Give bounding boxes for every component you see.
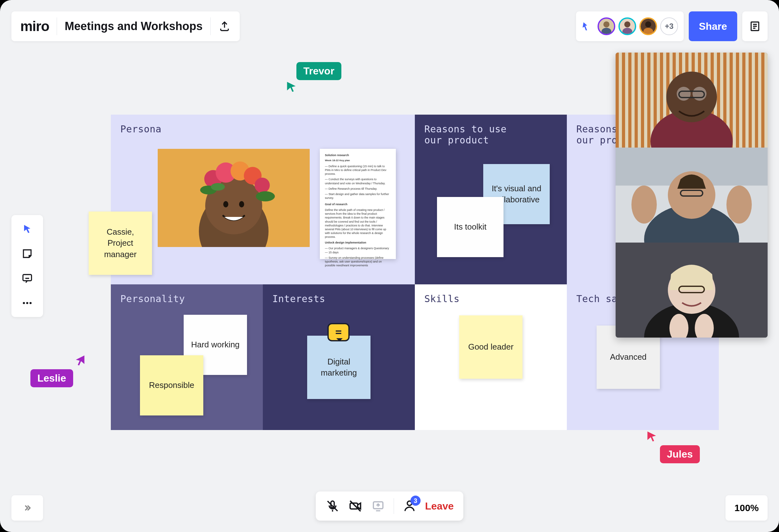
tool-sticky[interactable] — [20, 247, 34, 260]
sticky-cassie[interactable]: Cassie, Project manager — [89, 212, 152, 275]
tool-select[interactable] — [20, 222, 34, 236]
comment-icon — [21, 273, 33, 284]
video-feed-3[interactable] — [616, 243, 768, 338]
mic-off-icon — [326, 499, 339, 513]
avatar-3[interactable] — [639, 17, 657, 35]
sticky-digital[interactable]: Digital marketing — [307, 336, 370, 399]
persona-document[interactable]: Solution research Week 18-22 Key plan — … — [320, 149, 396, 259]
sticky-responsible[interactable]: Responsible — [140, 355, 203, 415]
presence-bar: +3 — [576, 11, 684, 41]
divider — [394, 498, 394, 514]
tool-more[interactable] — [20, 296, 34, 310]
comment-bubble[interactable] — [327, 323, 350, 341]
activity-button[interactable] — [742, 11, 768, 41]
video-feed-1[interactable] — [616, 53, 768, 147]
app-frame: miro Meetings and Workshops — [0, 0, 779, 532]
screenshare-icon — [372, 500, 384, 512]
sticky-toolkit[interactable]: Its toolkit — [437, 197, 503, 257]
divider — [57, 17, 57, 35]
sticky-icon — [21, 248, 33, 259]
cursor-trevor: Trevor — [296, 62, 341, 80]
svg-point-43 — [733, 186, 746, 198]
divider — [210, 17, 211, 35]
section-title: Personality — [120, 293, 253, 304]
svg-point-13 — [29, 302, 32, 304]
svg-point-18 — [239, 201, 244, 208]
avatar-overflow[interactable]: +3 — [660, 17, 678, 35]
reactions-button[interactable]: 3 — [402, 499, 417, 513]
section-title: Skills — [424, 293, 557, 304]
svg-point-12 — [26, 302, 28, 304]
notes-icon — [749, 20, 761, 32]
facilitator-icon[interactable] — [582, 21, 593, 32]
upload-icon — [219, 20, 230, 32]
svg-point-23 — [255, 178, 270, 193]
comment-lines-icon — [334, 328, 343, 337]
cursor-leslie: Leslie — [31, 369, 73, 387]
persona-photo[interactable] — [158, 149, 310, 247]
cursor-icon — [22, 224, 33, 234]
camera-toggle[interactable] — [348, 499, 363, 513]
expand-toolbar-button[interactable] — [11, 495, 43, 521]
svg-point-1 — [603, 21, 609, 27]
section-title: Reasons to useour product — [424, 123, 557, 146]
section-interests[interactable]: Interests Digital marketing — [263, 284, 415, 430]
svg-point-11 — [23, 302, 25, 304]
section-skills[interactable]: Skills Good leader — [415, 284, 567, 430]
section-persona[interactable]: Persona — [111, 115, 415, 284]
zoom-level[interactable]: 100% — [725, 495, 768, 521]
svg-point-7 — [645, 21, 651, 27]
screenshare-button[interactable] — [371, 499, 385, 513]
svg-point-26 — [211, 183, 225, 191]
logo[interactable]: miro — [20, 18, 49, 34]
section-title: Interests — [272, 293, 405, 304]
section-personality[interactable]: Personality Hard working Responsible — [111, 284, 263, 430]
leave-button[interactable]: Leave — [425, 500, 454, 512]
sticky-goodleader[interactable]: Good leader — [459, 315, 523, 379]
svg-point-41 — [637, 186, 650, 198]
video-panel[interactable] — [616, 53, 768, 338]
tool-comment[interactable] — [20, 272, 34, 285]
cursor-jules: Jules — [660, 445, 700, 463]
board-title[interactable]: Meetings and Workshops — [65, 20, 202, 33]
call-bar: 3 Leave — [316, 491, 463, 521]
chevrons-right-icon — [22, 503, 32, 513]
export-button[interactable] — [218, 20, 231, 33]
more-icon — [21, 297, 33, 309]
svg-point-25 — [256, 191, 275, 201]
topbar-left: miro Meetings and Workshops — [11, 11, 240, 41]
avatar-1[interactable] — [598, 17, 615, 35]
section-title: Persona — [120, 123, 405, 134]
section-reasons-1[interactable]: Reasons to useour product It's visual an… — [415, 115, 567, 284]
left-toolbar — [11, 215, 43, 317]
reactions-badge: 3 — [410, 495, 421, 506]
video-feed-2[interactable] — [616, 147, 768, 243]
avatar-2[interactable] — [618, 17, 636, 35]
topbar-right: +3 Share — [576, 11, 768, 41]
mic-toggle[interactable] — [325, 499, 340, 513]
camera-off-icon — [348, 499, 362, 513]
svg-point-4 — [624, 21, 630, 27]
svg-point-17 — [223, 201, 228, 208]
svg-rect-10 — [23, 275, 32, 281]
share-button[interactable]: Share — [689, 11, 737, 41]
